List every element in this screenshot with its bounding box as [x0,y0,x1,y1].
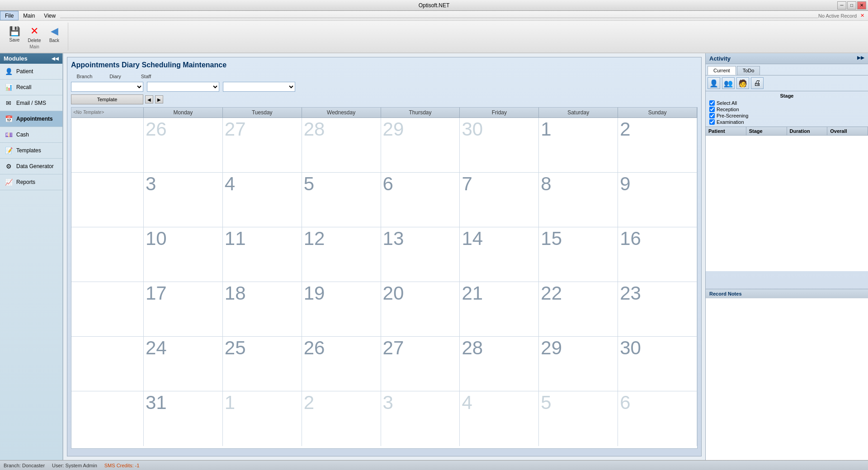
cal-cell-w3-d6[interactable]: 23 [618,282,697,336]
no-active-record: No Active Record [818,13,857,19]
sidebar-item-appointments[interactable]: 📅 Appointments [0,111,62,127]
cal-cell-w0-d6[interactable]: 2 [618,118,697,172]
cal-cell-w0-d4[interactable]: 30 [460,118,539,172]
cal-cell-w5-d6[interactable]: 6 [618,391,697,446]
cal-cell-w1-d4[interactable]: 7 [460,173,539,227]
menu-file[interactable]: File [0,11,19,20]
sidebar-recall-label: Recall [16,84,31,90]
calendar-body: 2627282930123456789101112131415161718192… [71,118,697,446]
minimize-button[interactable]: ─ [837,1,846,9]
nav-next-button[interactable]: ▶ [155,95,163,103]
cal-cell-w2-d4[interactable]: 14 [460,227,539,282]
cal-cell-w0-d2[interactable]: 28 [302,118,381,172]
cal-cell-w2-d6[interactable]: 16 [618,227,697,282]
day-number: 13 [383,229,458,248]
cal-cell-w0-d5[interactable]: 1 [539,118,618,172]
activity-icon-2[interactable]: 👥 [722,77,735,89]
menu-main[interactable]: Main [19,11,39,20]
restore-button[interactable]: □ [847,1,856,9]
cal-cell-w1-d2[interactable]: 5 [302,173,381,227]
nav-prev-button[interactable]: ◀ [145,95,153,103]
activity-icon-1[interactable]: 👤 [708,77,720,89]
cal-cell-w1-d1[interactable]: 4 [223,173,302,227]
examination-checkbox[interactable] [709,119,715,125]
save-button[interactable]: 💾 Save [5,24,24,43]
day-number: 3 [383,393,458,412]
delete-button[interactable]: ✕ Delete [25,24,43,43]
cal-cell-w3-d4[interactable]: 21 [460,282,539,336]
cal-cell-w4-d6[interactable]: 30 [618,337,697,391]
cal-header-friday: Friday [460,108,539,118]
cal-cell-w2-d3[interactable]: 13 [381,227,460,282]
cal-cell-w3-d0[interactable]: 17 [144,282,223,336]
close-button[interactable]: ✕ [857,1,866,9]
diary-select[interactable] [147,82,219,92]
menu-view[interactable]: View [39,11,60,20]
back-button[interactable]: ◀ Back [45,24,63,43]
record-notes-label: Record Notes [706,289,868,298]
cal-cell-w4-d2[interactable]: 26 [302,337,381,391]
cal-cell-w5-d0[interactable]: 31 [144,391,223,446]
cal-cell-w4-d5[interactable]: 29 [539,337,618,391]
day-number: 3 [146,174,221,193]
tab-todo[interactable]: ToDo [737,66,760,75]
cal-header-sunday: Sunday [618,108,697,118]
sidebar-item-data-generator[interactable]: ⚙ Data Generator [0,159,62,174]
cal-week-2: 10111213141516 [71,227,697,282]
sidebar-item-patient[interactable]: 👤 Patient [0,64,62,80]
cal-cell-w5-d1[interactable]: 1 [223,391,302,446]
pre-screening-checkbox[interactable] [709,113,715,118]
sidebar-appointments-label: Appointments [16,116,53,122]
cal-cell-w5-d5[interactable]: 5 [539,391,618,446]
activity-icon-3[interactable]: 🧑 [736,77,749,89]
sidebar-item-cash[interactable]: 💷 Cash [0,127,62,143]
template-button[interactable]: Template [71,94,143,104]
reception-checkbox[interactable] [709,107,715,112]
cal-cell-w5-d4[interactable]: 4 [460,391,539,446]
sidebar-cash-label: Cash [16,132,29,138]
select-all-checkbox[interactable] [709,100,715,106]
sidebar-item-email-sms[interactable]: ✉ Email / SMS [0,95,62,111]
cal-cell-w1-d5[interactable]: 8 [539,173,618,227]
cal-cell-w1-d0[interactable]: 3 [144,173,223,227]
close-record-icon[interactable]: ✕ [860,13,864,19]
sidebar-collapse-icon[interactable]: ◀◀ [52,56,59,61]
staff-select[interactable] [223,82,295,92]
branch-select[interactable] [71,82,143,92]
cal-cell-w5-d3[interactable]: 3 [381,391,460,446]
sidebar-item-reports[interactable]: 📈 Reports [0,174,62,190]
cal-cell-w4-d4[interactable]: 28 [460,337,539,391]
sidebar-datagen-label: Data Generator [16,163,54,169]
sidebar-item-templates[interactable]: 📝 Templates [0,143,62,159]
activity-collapse-icon[interactable]: ▶▶ [857,55,864,62]
cal-cell-w4-d3[interactable]: 27 [381,337,460,391]
cal-week-0: 262728293012 [71,118,697,173]
cal-cell-w0-d3[interactable]: 29 [381,118,460,172]
activity-panel: Activity ▶▶ Current ToDo 👤 👥 🧑 🖨 Stage [705,53,868,460]
day-number: 22 [541,284,616,303]
day-number: 27 [225,120,300,139]
cal-cell-w0-d0[interactable]: 26 [144,118,223,172]
stage-items: Select All Reception Pre-Screening Exami… [708,100,866,125]
activity-icon-4[interactable]: 🖨 [751,77,764,89]
cal-cell-w3-d3[interactable]: 20 [381,282,460,336]
tab-current[interactable]: Current [708,66,736,75]
cal-cell-w2-d0[interactable]: 10 [144,227,223,282]
cal-cell-w3-d1[interactable]: 18 [223,282,302,336]
day-number: 21 [462,284,537,303]
sidebar-header: Modules ◀◀ [0,53,62,64]
cal-cell-w1-d3[interactable]: 6 [381,173,460,227]
cal-cell-w0-d1[interactable]: 27 [223,118,302,172]
cal-cell-w4-d0[interactable]: 24 [144,337,223,391]
sidebar-item-recall[interactable]: 📊 Recall [0,80,62,95]
cal-cell-w4-d1[interactable]: 25 [223,337,302,391]
cal-cell-w2-d2[interactable]: 12 [302,227,381,282]
cal-cell-w3-d2[interactable]: 19 [302,282,381,336]
cal-cell-w5-d2[interactable]: 2 [302,391,381,446]
cal-cell-w3-d5[interactable]: 22 [539,282,618,336]
add-patient-icon: 👤 [709,79,718,88]
cal-cell-w2-d1[interactable]: 11 [223,227,302,282]
cal-cell-w1-d6[interactable]: 9 [618,173,697,227]
day-number: 6 [620,393,695,412]
cal-cell-w2-d5[interactable]: 15 [539,227,618,282]
